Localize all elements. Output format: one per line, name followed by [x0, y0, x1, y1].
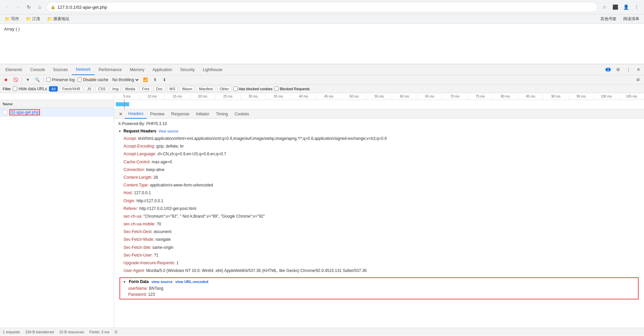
- tick-15: 75 ms: [467, 95, 493, 98]
- header-name-15: Sec-Fetch-User:: [123, 253, 153, 258]
- detail-tab-response[interactable]: Response: [168, 109, 193, 119]
- header-val-17: Mozilla/5.0 (Windows NT 10.0; Win64; x64…: [146, 268, 366, 273]
- form-data-toggle: ▼: [123, 280, 126, 284]
- header-name-11: sec-ch-ua-mobile:: [123, 222, 155, 226]
- devtools-badge-button[interactable]: 1: [604, 65, 612, 74]
- preserve-log-label[interactable]: Preserve log: [46, 77, 75, 82]
- tick-5: 25 ms: [215, 95, 240, 98]
- filter-ws-button[interactable]: WS: [167, 86, 178, 92]
- header-row-3: Cache-Control: max-age=0: [118, 158, 640, 166]
- preserve-log-checkbox[interactable]: [46, 77, 51, 82]
- devtools-settings-button[interactable]: ⚙: [614, 65, 623, 74]
- tick-4: 20 ms: [190, 95, 215, 98]
- has-blocked-cookies-text: Has blocked cookies: [239, 87, 273, 91]
- folder-icon-1: 📁: [5, 16, 10, 21]
- filter-fetch-xhr-button[interactable]: Fetch/XHR: [60, 86, 83, 92]
- form-data-label: Form Data: [129, 279, 149, 284]
- tab-memory[interactable]: Memory: [126, 64, 148, 75]
- filter-wasm-button[interactable]: Wasm: [180, 86, 195, 92]
- filter-all-button[interactable]: All: [49, 86, 58, 92]
- clear-button[interactable]: 🚫: [12, 76, 19, 83]
- tab-elements[interactable]: Elements: [1, 64, 26, 75]
- form-data-row-0: userName: BNTang: [123, 285, 635, 291]
- filter-img-button[interactable]: Img: [110, 86, 121, 92]
- header-val-4: keep-alive: [146, 167, 164, 172]
- tick-20: 100 ms: [594, 95, 619, 98]
- tab-console[interactable]: Console: [26, 64, 49, 75]
- hide-data-urls-label[interactable]: Hide data URLs: [13, 87, 47, 91]
- filter-icon-button[interactable]: ▼: [24, 76, 31, 83]
- timeline-ticks: 5 ms 10 ms 15 ms 20 ms 25 ms 30 ms 35 ms…: [114, 95, 644, 98]
- blocked-requests-checkbox[interactable]: [275, 87, 279, 91]
- filter-js-button[interactable]: JS: [85, 86, 94, 92]
- view-source-link[interactable]: View source: [158, 129, 179, 133]
- filter-css-button[interactable]: CSS: [96, 86, 108, 92]
- home-button[interactable]: ⌂: [35, 2, 44, 12]
- filter-other-button[interactable]: Other: [217, 86, 232, 92]
- search-button[interactable]: 🔍: [34, 76, 41, 83]
- header-row-9: Referer: http://127.0.0.1/02-get-post.ht…: [118, 205, 640, 213]
- forward-button[interactable]: →: [13, 2, 23, 12]
- headers-content: X-Powered-By: PHP/5.3.10 ▼ Request Heade…: [114, 119, 644, 328]
- profile-button[interactable]: 👤: [621, 2, 631, 12]
- detail-tab-cookies[interactable]: Cookies: [231, 109, 252, 119]
- has-blocked-cookies-checkbox[interactable]: [233, 87, 238, 91]
- tick-17: 85 ms: [518, 95, 543, 98]
- filter-manifest-button[interactable]: Manifest: [197, 86, 215, 92]
- header-row-0: Accept: text/html,application/xhtml+xml,…: [118, 135, 640, 143]
- filter-doc-button[interactable]: Doc: [154, 86, 165, 92]
- detail-tab-preview[interactable]: Preview: [147, 109, 168, 119]
- form-data-view-url-encoded-link[interactable]: view URL-encoded: [175, 280, 208, 284]
- wifi-button[interactable]: 📶: [142, 76, 149, 83]
- tab-performance[interactable]: Performance: [95, 64, 126, 75]
- tick-2: 10 ms: [139, 95, 164, 98]
- form-data-view-source-link[interactable]: view source: [151, 280, 172, 284]
- folder-icon-2: 📁: [26, 16, 31, 21]
- tab-network[interactable]: Network: [72, 64, 95, 75]
- filter-media-button[interactable]: Media: [123, 86, 138, 92]
- hide-data-urls-checkbox[interactable]: [13, 87, 17, 91]
- finish-time: Finish: 3 ms: [89, 330, 109, 334]
- form-field-name-1: Password:: [128, 292, 147, 297]
- bookmark-folder-1[interactable]: 📁 写作: [3, 15, 21, 22]
- address-bar[interactable]: 🔒 127.0.0.1/02-ajax-get.php: [46, 2, 598, 12]
- disable-cache-checkbox[interactable]: [77, 77, 82, 82]
- tick-13: 65 ms: [417, 95, 442, 98]
- reading-list[interactable]: 阅读清单: [621, 15, 641, 22]
- file-item-1[interactable]: 02-ajax-get.php: [0, 108, 114, 117]
- bookmark-label-2: 江淮: [32, 16, 40, 22]
- tab-sources[interactable]: Sources: [49, 64, 72, 75]
- upload-button[interactable]: ⬆: [152, 76, 158, 83]
- x-powered-by-row: X-Powered-By: PHP/5.3.10: [118, 121, 640, 127]
- download-button[interactable]: ⬇: [161, 76, 168, 83]
- record-button[interactable]: ⏺: [3, 76, 9, 83]
- settings-button[interactable]: ⚙: [635, 76, 641, 83]
- other-bookmarks[interactable]: 其他书签: [598, 15, 618, 22]
- tab-application[interactable]: Application: [148, 64, 176, 75]
- tab-security[interactable]: Security: [176, 64, 199, 75]
- more-button[interactable]: ⋮: [632, 2, 641, 12]
- reload-button[interactable]: ↻: [24, 2, 34, 12]
- filter-font-button[interactable]: Font: [140, 86, 152, 92]
- bookmark-folder-3[interactable]: 📁 搜索地址: [45, 15, 71, 22]
- request-headers-section-header[interactable]: ▼ Request Headers View source: [118, 129, 640, 133]
- detail-tab-initiator[interactable]: Initiator: [193, 109, 212, 119]
- extensions-button[interactable]: ⬛: [610, 2, 620, 12]
- disable-cache-label[interactable]: Disable cache: [77, 77, 108, 82]
- bookmark-star-button[interactable]: ☆: [600, 2, 609, 12]
- detail-close-button[interactable]: ✕: [117, 109, 125, 119]
- tab-lighthouse[interactable]: Lighthouse: [199, 64, 227, 75]
- toolbar-separator-1: [21, 77, 22, 82]
- bookmark-folder-2[interactable]: 📁 江淮: [24, 15, 42, 22]
- throttle-select[interactable]: No throttling: [111, 77, 140, 82]
- has-blocked-cookies-label[interactable]: Has blocked cookies: [233, 87, 273, 91]
- detail-tab-headers[interactable]: Headers: [125, 109, 147, 119]
- devtools-close-button[interactable]: ✕: [634, 65, 643, 74]
- form-data-section-header: ▼ Form Data view source view URL-encoded: [123, 279, 635, 284]
- blocked-requests-label[interactable]: Blocked Requests: [275, 87, 310, 91]
- devtools-more-button[interactable]: ⋮: [624, 65, 633, 74]
- detail-tab-timing[interactable]: Timing: [212, 109, 231, 119]
- back-button[interactable]: ←: [3, 2, 12, 12]
- tick-3: 15 ms: [164, 95, 190, 98]
- name-column-header: Name: [3, 102, 13, 106]
